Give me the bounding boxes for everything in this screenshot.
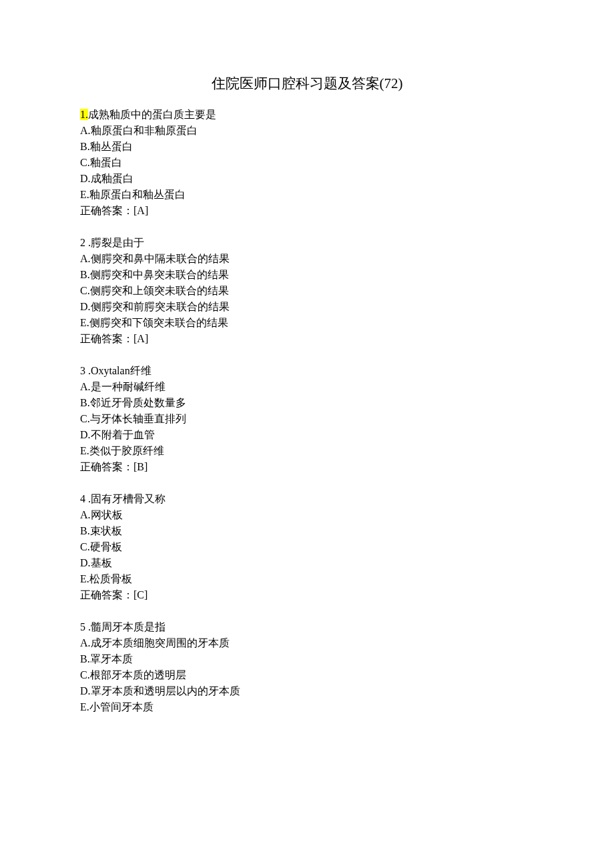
question-option: D.不附着于血管 — [80, 427, 534, 443]
question-option: C.侧腭突和上颌突未联合的结果 — [80, 283, 534, 299]
question-option: D.罩牙本质和透明层以内的牙本质 — [80, 683, 534, 699]
question-text: 固有牙槽骨又称 — [91, 493, 166, 504]
question-block: 5 .髓周牙本质是指A.成牙本质细胞突周围的牙本质B.罩牙本质C.根部牙本质的透… — [80, 619, 534, 715]
question-block: 3 .Oxytalan纤维A.是一种耐碱纤维B.邻近牙骨质处数量多C.与牙体长轴… — [80, 363, 534, 475]
question-block: 2 .腭裂是由于A.侧腭突和鼻中隔未联合的结果B.侧腭突和中鼻突未联合的结果C.… — [80, 235, 534, 347]
question-number: 2 . — [80, 237, 91, 248]
question-option: E.小管间牙本质 — [80, 699, 534, 715]
question-option: E.类似于胶原纤维 — [80, 443, 534, 459]
question-number: 5 . — [80, 621, 91, 632]
question-text: 髓周牙本质是指 — [91, 621, 166, 632]
question-option: A.成牙本质细胞突周围的牙本质 — [80, 635, 534, 651]
question-text: 腭裂是由于 — [91, 237, 144, 248]
question-option: C.硬骨板 — [80, 539, 534, 555]
question-answer: 正确答案：[C] — [80, 587, 534, 603]
document-page: 住院医师口腔科习题及答案(72) 1.成熟釉质中的蛋白质主要是A.釉原蛋白和非釉… — [0, 0, 614, 758]
question-option: E.松质骨板 — [80, 571, 534, 587]
question-stem: 1.成熟釉质中的蛋白质主要是 — [80, 107, 534, 123]
question-option: C.根部牙本质的透明层 — [80, 667, 534, 683]
question-option: C.与牙体长轴垂直排列 — [80, 411, 534, 427]
question-stem: 3 .Oxytalan纤维 — [80, 363, 534, 379]
question-stem: 5 .髓周牙本质是指 — [80, 619, 534, 635]
question-option: B.束状板 — [80, 523, 534, 539]
question-option: B.罩牙本质 — [80, 651, 534, 667]
question-option: A.侧腭突和鼻中隔未联合的结果 — [80, 251, 534, 267]
question-text: 成熟釉质中的蛋白质主要是 — [88, 109, 216, 120]
question-number: 3 . — [80, 365, 91, 376]
question-option: A.釉原蛋白和非釉原蛋白 — [80, 123, 534, 139]
question-option: B.釉丛蛋白 — [80, 139, 534, 155]
question-option: D.成釉蛋白 — [80, 171, 534, 187]
question-answer: 正确答案：[B] — [80, 459, 534, 475]
question-block: 1.成熟釉质中的蛋白质主要是A.釉原蛋白和非釉原蛋白B.釉丛蛋白C.釉蛋白D.成… — [80, 107, 534, 219]
question-answer: 正确答案：[A] — [80, 331, 534, 347]
question-option: A.网状板 — [80, 507, 534, 523]
document-title: 住院医师口腔科习题及答案(72) — [80, 73, 534, 95]
question-option: E.侧腭突和下颌突未联合的结果 — [80, 315, 534, 331]
question-stem: 4 .固有牙槽骨又称 — [80, 491, 534, 507]
question-answer: 正确答案：[A] — [80, 203, 534, 219]
question-option: C.釉蛋白 — [80, 155, 534, 171]
question-option: B.邻近牙骨质处数量多 — [80, 395, 534, 411]
question-text: Oxytalan纤维 — [91, 365, 151, 376]
question-option: A.是一种耐碱纤维 — [80, 379, 534, 395]
question-number: 4 . — [80, 493, 91, 504]
question-number: 1. — [80, 109, 88, 120]
question-option: D.基板 — [80, 555, 534, 571]
question-option: B.侧腭突和中鼻突未联合的结果 — [80, 267, 534, 283]
question-stem: 2 .腭裂是由于 — [80, 235, 534, 251]
questions-container: 1.成熟釉质中的蛋白质主要是A.釉原蛋白和非釉原蛋白B.釉丛蛋白C.釉蛋白D.成… — [80, 107, 534, 715]
question-option: E.釉原蛋白和釉丛蛋白 — [80, 187, 534, 203]
question-option: D.侧腭突和前腭突未联合的结果 — [80, 299, 534, 315]
question-block: 4 .固有牙槽骨又称A.网状板B.束状板C.硬骨板D.基板E.松质骨板正确答案：… — [80, 491, 534, 603]
